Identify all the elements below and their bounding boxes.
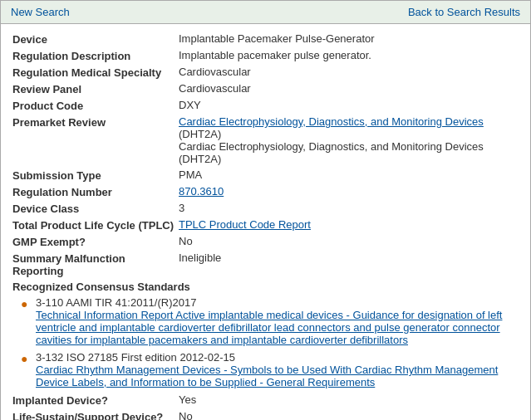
- review-panel-value: Cardiovascular: [179, 82, 519, 95]
- standards-label: Recognized Consensus Standards: [12, 281, 519, 293]
- tplc-row: Total Product Life Cycle (TPLC) TPLC Pro…: [12, 218, 519, 232]
- regulation-description-row: Regulation Description Implantable pacem…: [12, 49, 519, 62]
- gmp-exempt-label: GMP Exempt?: [12, 235, 179, 248]
- life-sustain-row: Life-Sustain/Support Device? No: [12, 410, 519, 420]
- standard1-id: 3-110 AAMI TIR 41:2011/(R)2017: [36, 296, 519, 309]
- device-class-value: 3: [179, 202, 519, 214]
- content-area: Device Implantable Pacemaker Pulse-Gener…: [1, 24, 530, 420]
- summary-malfunction-row: Summary Malfunction Reporting Ineligible: [12, 252, 519, 277]
- standard1-bullet: ●: [21, 297, 32, 310]
- premarket-review-row: Premarket Review Cardiac Electrophysiolo…: [12, 115, 519, 165]
- regulation-number-label: Regulation Number: [12, 185, 179, 198]
- tplc-label: Total Product Life Cycle (TPLC): [12, 218, 179, 232]
- standard1-link[interactable]: Technical Information Report Active impl…: [36, 309, 502, 346]
- new-search-link[interactable]: New Search: [11, 6, 70, 18]
- product-code-label: Product Code: [12, 99, 179, 112]
- gmp-exempt-row: GMP Exempt? No: [12, 235, 519, 248]
- standard2-bullet: ●: [21, 352, 32, 365]
- life-sustain-value: No: [179, 410, 519, 420]
- standard2-text: 3-132 ISO 27185 First edition 2012-02-15…: [36, 351, 519, 388]
- life-sustain-label: Life-Sustain/Support Device?: [12, 410, 179, 420]
- product-code-row: Product Code DXY: [12, 99, 519, 112]
- premarket-review-label: Premarket Review: [12, 115, 179, 129]
- regulation-description-value: Implantable pacemaker pulse generator.: [179, 49, 519, 61]
- device-row: Device Implantable Pacemaker Pulse-Gener…: [12, 32, 519, 46]
- back-to-results-link[interactable]: Back to Search Results: [408, 6, 520, 18]
- standard2-link[interactable]: Cardiac Rhythm Management Devices - Symb…: [36, 364, 498, 388]
- regulation-medical-specialty-label: Regulation Medical Specialty: [12, 66, 179, 79]
- submission-type-label: Submission Type: [12, 168, 179, 182]
- standard2-item: ● 3-132 ISO 27185 First edition 2012-02-…: [21, 351, 519, 388]
- gmp-exempt-value: No: [179, 235, 519, 247]
- product-code-value: DXY: [179, 99, 519, 111]
- premarket-review-value: Cardiac Electrophysiology, Diagnostics, …: [179, 115, 519, 165]
- top-bar: New Search Back to Search Results: [1, 1, 530, 24]
- premarket-review-link1[interactable]: Cardiac Electrophysiology, Diagnostics, …: [179, 115, 484, 128]
- device-label: Device: [12, 32, 179, 46]
- summary-malfunction-value: Ineligible: [179, 252, 519, 264]
- submission-type-row: Submission Type PMA: [12, 168, 519, 182]
- standards-section: Recognized Consensus Standards ● 3-110 A…: [12, 281, 519, 388]
- premarket-review-link1-suffix: (DHT2A): [179, 128, 221, 140]
- implanted-label: Implanted Device?: [12, 393, 179, 407]
- submission-type-value: PMA: [179, 168, 519, 181]
- page-container: New Search Back to Search Results Device…: [0, 0, 531, 420]
- regulation-medical-specialty-row: Regulation Medical Specialty Cardiovascu…: [12, 66, 519, 79]
- tplc-link[interactable]: TPLC Product Code Report: [179, 218, 311, 231]
- summary-malfunction-label: Summary Malfunction Reporting: [12, 252, 179, 277]
- review-panel-row: Review Panel Cardiovascular: [12, 82, 519, 95]
- regulation-description-label: Regulation Description: [12, 49, 179, 62]
- standard1-item: ● 3-110 AAMI TIR 41:2011/(R)2017 Technic…: [21, 296, 519, 346]
- standard2-id: 3-132 ISO 27185 First edition 2012-02-15: [36, 351, 519, 364]
- device-value: Implantable Pacemaker Pulse-Generator: [179, 32, 519, 45]
- device-class-row: Device Class 3: [12, 202, 519, 215]
- implanted-row: Implanted Device? Yes: [12, 393, 519, 407]
- review-panel-label: Review Panel: [12, 82, 179, 95]
- device-class-label: Device Class: [12, 202, 179, 215]
- regulation-number-value: 870.3610: [179, 185, 519, 198]
- implanted-value: Yes: [179, 393, 519, 406]
- regulation-number-row: Regulation Number 870.3610: [12, 185, 519, 198]
- tplc-value: TPLC Product Code Report: [179, 218, 519, 231]
- regulation-number-link[interactable]: 870.3610: [179, 185, 224, 198]
- premarket-review-line2: Cardiac Electrophysiology, Diagnostics, …: [179, 140, 484, 165]
- regulation-medical-specialty-value: Cardiovascular: [179, 66, 519, 78]
- standard1-text: 3-110 AAMI TIR 41:2011/(R)2017 Technical…: [36, 296, 519, 346]
